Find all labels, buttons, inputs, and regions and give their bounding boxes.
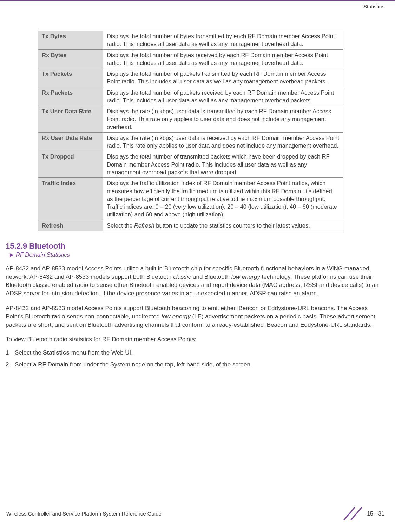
table-row: Tx Packets Displays the total number of … [38, 68, 343, 87]
p1-part2: and Bluetooth [191, 274, 231, 280]
page-number: 15 - 31 [367, 511, 384, 517]
running-header-section: Statistics [0, 1, 395, 9]
param-label-rx-packets: Rx Packets [38, 87, 103, 106]
steps-intro: To view Bluetooth radio statistics for R… [6, 335, 384, 344]
param-desc-refresh: Select the Refresh button to update the … [103, 220, 343, 231]
table-row: Tx User Data Rate Displays the rate (in … [38, 106, 343, 133]
param-desc-tx-packets: Displays the total number of packets tra… [103, 68, 343, 87]
table-row: Tx Bytes Displays the total number of by… [38, 31, 343, 50]
refresh-desc-italic: Refresh [134, 222, 154, 229]
param-label-rx-bytes: Rx Bytes [38, 49, 103, 68]
table-row: Traffic Index Displays the traffic utili… [38, 178, 343, 220]
step-1-bold: Statistics [43, 349, 70, 356]
param-label-refresh: Refresh [38, 220, 103, 231]
param-label-tx-dropped: Tx Dropped [38, 151, 103, 178]
step-2-number: 2 [6, 361, 10, 369]
refresh-desc-suffix: button to update the statistics counters… [154, 222, 310, 229]
param-desc-tx-dropped: Displays the total number of transmitted… [103, 151, 343, 178]
param-label-tx-user-data-rate: Tx User Data Rate [38, 106, 103, 133]
section-heading-bluetooth: 15.2.9 Bluetooth [6, 242, 384, 251]
step-1-suffix: menu from the Web UI. [70, 349, 133, 356]
brand-logo-icon [342, 506, 363, 521]
body-paragraph-1: AP-8432 and AP-8533 model Access Points … [6, 264, 384, 298]
param-label-traffic-index: Traffic Index [38, 178, 103, 220]
parameter-table: Tx Bytes Displays the total number of by… [38, 31, 343, 231]
param-desc-traffic-index: Displays the traffic utilization index o… [103, 178, 343, 220]
breadcrumb-arrow-icon: ▶ [10, 252, 14, 257]
breadcrumb: ▶ RF Domain Statistics [10, 251, 384, 258]
param-label-tx-bytes: Tx Bytes [38, 31, 103, 50]
step-1-text: Select the Statistics menu from the Web … [15, 349, 133, 357]
param-desc-tx-bytes: Displays the total number of bytes trans… [103, 31, 343, 50]
p2-italic-low-energy: low-energy [162, 313, 191, 320]
step-2: 2 Select a RF Domain from under the Syst… [6, 361, 384, 369]
body-paragraph-2: AP-8432 and AP-8533 model Access Points … [6, 304, 384, 329]
refresh-desc-prefix: Select the [107, 222, 134, 229]
param-label-rx-user-data-rate: Rx User Data Rate [38, 132, 103, 151]
table-row: Tx Dropped Displays the total number of … [38, 151, 343, 178]
param-desc-rx-packets: Displays the total number of packets rec… [103, 87, 343, 106]
step-1-prefix: Select the [15, 349, 43, 356]
step-1: 1 Select the Statistics menu from the We… [6, 349, 384, 357]
table-row: Rx Bytes Displays the total number of by… [38, 49, 343, 68]
footer-doc-title: Wireless Controller and Service Platform… [6, 511, 162, 517]
param-desc-tx-user-data-rate: Displays the rate (in kbps) user data is… [103, 106, 343, 133]
table-row: Refresh Select the Refresh button to upd… [38, 220, 343, 231]
table-row: Rx User Data Rate Displays the rate (in … [38, 132, 343, 151]
param-label-tx-packets: Tx Packets [38, 68, 103, 87]
p1-italic-low-energy: low energy [231, 274, 260, 280]
breadcrumb-link[interactable]: RF Domain Statistics [16, 251, 70, 258]
param-desc-rx-user-data-rate: Displays the rate (in kbps) user data is… [103, 132, 343, 151]
p1-italic-classic: classic [173, 274, 191, 280]
param-desc-rx-bytes: Displays the total number of bytes recei… [103, 49, 343, 68]
step-2-text: Select a RF Domain from under the System… [15, 361, 252, 369]
step-1-number: 1 [6, 349, 10, 357]
table-row: Rx Packets Displays the total number of … [38, 87, 343, 106]
page-footer: Wireless Controller and Service Platform… [0, 506, 395, 521]
